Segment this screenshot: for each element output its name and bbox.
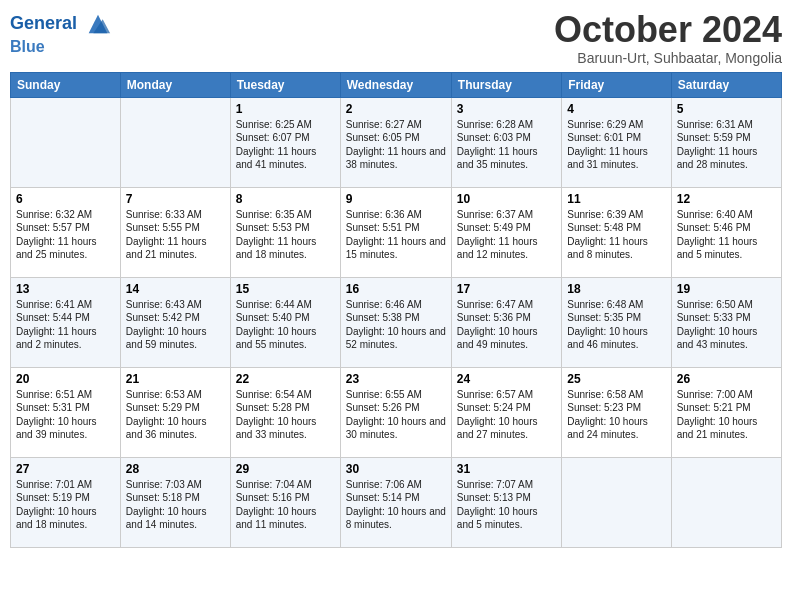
calendar-cell: 31Sunrise: 7:07 AM Sunset: 5:13 PM Dayli… [451,457,561,547]
cell-content: Sunrise: 7:03 AM Sunset: 5:18 PM Dayligh… [126,478,225,532]
month-title: October 2024 [554,10,782,50]
calendar-cell [120,97,230,187]
calendar-cell: 20Sunrise: 6:51 AM Sunset: 5:31 PM Dayli… [11,367,121,457]
cell-content: Sunrise: 6:32 AM Sunset: 5:57 PM Dayligh… [16,208,115,262]
day-number: 24 [457,372,556,386]
calendar-cell: 11Sunrise: 6:39 AM Sunset: 5:48 PM Dayli… [562,187,671,277]
day-number: 8 [236,192,335,206]
calendar-cell: 18Sunrise: 6:48 AM Sunset: 5:35 PM Dayli… [562,277,671,367]
cell-content: Sunrise: 6:29 AM Sunset: 6:01 PM Dayligh… [567,118,665,172]
day-number: 11 [567,192,665,206]
calendar-cell: 14Sunrise: 6:43 AM Sunset: 5:42 PM Dayli… [120,277,230,367]
calendar-cell: 26Sunrise: 7:00 AM Sunset: 5:21 PM Dayli… [671,367,781,457]
day-number: 28 [126,462,225,476]
day-number: 12 [677,192,776,206]
day-number: 14 [126,282,225,296]
cell-content: Sunrise: 6:40 AM Sunset: 5:46 PM Dayligh… [677,208,776,262]
cell-content: Sunrise: 6:35 AM Sunset: 5:53 PM Dayligh… [236,208,335,262]
cell-content: Sunrise: 6:36 AM Sunset: 5:51 PM Dayligh… [346,208,446,262]
day-number: 29 [236,462,335,476]
cell-content: Sunrise: 6:55 AM Sunset: 5:26 PM Dayligh… [346,388,446,442]
day-number: 27 [16,462,115,476]
cell-content: Sunrise: 7:06 AM Sunset: 5:14 PM Dayligh… [346,478,446,532]
day-of-week-header: Sunday [11,72,121,97]
calendar-cell: 5Sunrise: 6:31 AM Sunset: 5:59 PM Daylig… [671,97,781,187]
logo-text: General [10,10,112,38]
cell-content: Sunrise: 6:54 AM Sunset: 5:28 PM Dayligh… [236,388,335,442]
calendar-cell: 2Sunrise: 6:27 AM Sunset: 6:05 PM Daylig… [340,97,451,187]
day-number: 4 [567,102,665,116]
logo-blue: Blue [10,38,112,56]
day-of-week-header: Monday [120,72,230,97]
cell-content: Sunrise: 6:33 AM Sunset: 5:55 PM Dayligh… [126,208,225,262]
calendar-cell: 25Sunrise: 6:58 AM Sunset: 5:23 PM Dayli… [562,367,671,457]
calendar-body: 1Sunrise: 6:25 AM Sunset: 6:07 PM Daylig… [11,97,782,547]
cell-content: Sunrise: 6:41 AM Sunset: 5:44 PM Dayligh… [16,298,115,352]
calendar-cell [671,457,781,547]
day-number: 17 [457,282,556,296]
cell-content: Sunrise: 6:27 AM Sunset: 6:05 PM Dayligh… [346,118,446,172]
title-block: October 2024 Baruun-Urt, Suhbaatar, Mong… [554,10,782,66]
day-number: 6 [16,192,115,206]
calendar-cell: 27Sunrise: 7:01 AM Sunset: 5:19 PM Dayli… [11,457,121,547]
day-of-week-header: Friday [562,72,671,97]
day-number: 7 [126,192,225,206]
day-of-week-header: Wednesday [340,72,451,97]
calendar-cell: 9Sunrise: 6:36 AM Sunset: 5:51 PM Daylig… [340,187,451,277]
cell-content: Sunrise: 6:46 AM Sunset: 5:38 PM Dayligh… [346,298,446,352]
days-of-week-row: SundayMondayTuesdayWednesdayThursdayFrid… [11,72,782,97]
calendar-cell: 3Sunrise: 6:28 AM Sunset: 6:03 PM Daylig… [451,97,561,187]
calendar-cell: 28Sunrise: 7:03 AM Sunset: 5:18 PM Dayli… [120,457,230,547]
day-number: 26 [677,372,776,386]
calendar-cell: 22Sunrise: 6:54 AM Sunset: 5:28 PM Dayli… [230,367,340,457]
calendar-table: SundayMondayTuesdayWednesdayThursdayFrid… [10,72,782,548]
calendar-cell [562,457,671,547]
cell-content: Sunrise: 7:07 AM Sunset: 5:13 PM Dayligh… [457,478,556,532]
day-number: 23 [346,372,446,386]
calendar-cell: 4Sunrise: 6:29 AM Sunset: 6:01 PM Daylig… [562,97,671,187]
day-number: 9 [346,192,446,206]
day-number: 3 [457,102,556,116]
calendar-week-row: 20Sunrise: 6:51 AM Sunset: 5:31 PM Dayli… [11,367,782,457]
cell-content: Sunrise: 6:44 AM Sunset: 5:40 PM Dayligh… [236,298,335,352]
cell-content: Sunrise: 6:48 AM Sunset: 5:35 PM Dayligh… [567,298,665,352]
calendar-cell: 23Sunrise: 6:55 AM Sunset: 5:26 PM Dayli… [340,367,451,457]
cell-content: Sunrise: 6:53 AM Sunset: 5:29 PM Dayligh… [126,388,225,442]
calendar-cell: 29Sunrise: 7:04 AM Sunset: 5:16 PM Dayli… [230,457,340,547]
day-of-week-header: Tuesday [230,72,340,97]
cell-content: Sunrise: 6:37 AM Sunset: 5:49 PM Dayligh… [457,208,556,262]
day-number: 2 [346,102,446,116]
calendar-week-row: 27Sunrise: 7:01 AM Sunset: 5:19 PM Dayli… [11,457,782,547]
calendar-week-row: 6Sunrise: 6:32 AM Sunset: 5:57 PM Daylig… [11,187,782,277]
calendar-cell: 17Sunrise: 6:47 AM Sunset: 5:36 PM Dayli… [451,277,561,367]
calendar-cell: 24Sunrise: 6:57 AM Sunset: 5:24 PM Dayli… [451,367,561,457]
day-number: 10 [457,192,556,206]
calendar-cell: 1Sunrise: 6:25 AM Sunset: 6:07 PM Daylig… [230,97,340,187]
cell-content: Sunrise: 6:39 AM Sunset: 5:48 PM Dayligh… [567,208,665,262]
cell-content: Sunrise: 6:25 AM Sunset: 6:07 PM Dayligh… [236,118,335,172]
cell-content: Sunrise: 6:51 AM Sunset: 5:31 PM Dayligh… [16,388,115,442]
day-number: 15 [236,282,335,296]
calendar-cell: 12Sunrise: 6:40 AM Sunset: 5:46 PM Dayli… [671,187,781,277]
calendar-week-row: 1Sunrise: 6:25 AM Sunset: 6:07 PM Daylig… [11,97,782,187]
day-number: 22 [236,372,335,386]
cell-content: Sunrise: 6:43 AM Sunset: 5:42 PM Dayligh… [126,298,225,352]
day-number: 18 [567,282,665,296]
day-number: 1 [236,102,335,116]
day-number: 31 [457,462,556,476]
day-number: 19 [677,282,776,296]
calendar-cell: 6Sunrise: 6:32 AM Sunset: 5:57 PM Daylig… [11,187,121,277]
calendar-cell [11,97,121,187]
day-of-week-header: Saturday [671,72,781,97]
cell-content: Sunrise: 6:47 AM Sunset: 5:36 PM Dayligh… [457,298,556,352]
cell-content: Sunrise: 6:57 AM Sunset: 5:24 PM Dayligh… [457,388,556,442]
cell-content: Sunrise: 6:28 AM Sunset: 6:03 PM Dayligh… [457,118,556,172]
cell-content: Sunrise: 7:01 AM Sunset: 5:19 PM Dayligh… [16,478,115,532]
cell-content: Sunrise: 6:58 AM Sunset: 5:23 PM Dayligh… [567,388,665,442]
cell-content: Sunrise: 7:04 AM Sunset: 5:16 PM Dayligh… [236,478,335,532]
cell-content: Sunrise: 7:00 AM Sunset: 5:21 PM Dayligh… [677,388,776,442]
logo-icon [84,10,112,38]
day-number: 16 [346,282,446,296]
day-number: 21 [126,372,225,386]
calendar-cell: 13Sunrise: 6:41 AM Sunset: 5:44 PM Dayli… [11,277,121,367]
